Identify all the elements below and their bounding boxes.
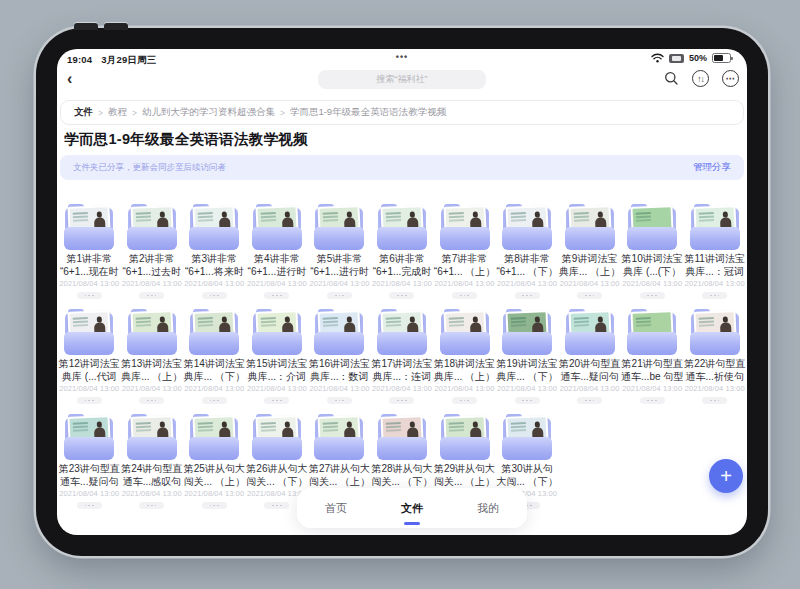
- search-icon[interactable]: [664, 71, 679, 86]
- presenter-figure: [409, 421, 415, 427]
- tab-files[interactable]: 文件: [399, 497, 425, 520]
- item-more-button[interactable]: [139, 397, 164, 404]
- item-more-button[interactable]: [77, 502, 102, 509]
- folder-icon: [312, 414, 366, 460]
- folder-item[interactable]: 第21讲句型直 通车...be 句型 2021/08/04 13:00: [621, 306, 684, 411]
- folder-item[interactable]: 第14讲词法宝 典库... （下） 2021/08/04 13:00: [183, 306, 246, 411]
- item-more-button[interactable]: [327, 292, 352, 299]
- folder-icon: [438, 414, 492, 460]
- presenter-figure: [722, 316, 728, 322]
- folder-item[interactable]: 第10讲词法宝 典库 (...(下） 2021/08/04 13:00: [621, 201, 684, 306]
- item-more-button[interactable]: [77, 397, 102, 404]
- folder-item[interactable]: 第20讲句型直 通车...疑问句 2021/08/04 13:00: [558, 306, 621, 411]
- back-button[interactable]: ‹: [67, 69, 72, 89]
- folder-item[interactable]: 第23讲句型直 通车...疑问句 2021/08/04 13:00: [58, 411, 121, 516]
- presenter-figure: [409, 316, 415, 322]
- tab-mine[interactable]: 我的: [475, 497, 501, 520]
- presenter-figure: [159, 316, 165, 322]
- folder-item[interactable]: 第15讲词法宝 典库...：介词 2021/08/04 13:00: [246, 306, 309, 411]
- folder-date: 2021/08/04 13:00: [59, 384, 119, 393]
- folder-item[interactable]: 第8讲非常 “6+1... （下） 2021/08/04 13:00: [496, 201, 559, 306]
- folder-name: 第1讲非常 “6+1...现在时: [60, 252, 119, 278]
- item-more-button[interactable]: [452, 397, 477, 404]
- folder-item[interactable]: 第2讲非常 “6+1...过去时 2021/08/04 13:00: [121, 201, 184, 306]
- item-more-button[interactable]: [202, 397, 227, 404]
- item-more-button[interactable]: [389, 397, 414, 404]
- item-more-button[interactable]: [702, 397, 727, 404]
- folder-name: 第26讲从句大 闯关... （下）: [246, 462, 307, 488]
- manage-share-link[interactable]: 管理分享: [693, 161, 731, 174]
- folder-item[interactable]: 第24讲句型直 通车...感叹句 2021/08/04 13:00: [121, 411, 184, 516]
- folder-item[interactable]: 第7讲非常 “6+1... （上） 2021/08/04 13:00: [433, 201, 496, 306]
- folder-item[interactable]: 第5讲非常 “6+1...进行时 2021/08/04 13:00: [308, 201, 371, 306]
- folder-date: 2021/08/04 13:00: [435, 384, 495, 393]
- folder-item[interactable]: 第19讲词法宝 典库... （下） 2021/08/04 13:00: [496, 306, 559, 411]
- presenter-figure: [96, 316, 102, 322]
- item-more-button[interactable]: [452, 292, 477, 299]
- folder-date: 2021/08/04 13:00: [497, 279, 557, 288]
- item-more-button[interactable]: [702, 292, 727, 299]
- item-more-button[interactable]: [577, 292, 602, 299]
- folder-name: 第28讲从句大 闯关... （下）: [371, 462, 432, 488]
- share-banner: 文件夹已分享，更新会同步至后续访问者 管理分享: [60, 155, 744, 180]
- item-more-button[interactable]: [264, 502, 289, 509]
- item-more-button[interactable]: [139, 502, 164, 509]
- item-more-button[interactable]: [389, 292, 414, 299]
- folder-name: 第21讲句型直 通车...be 句型: [621, 357, 683, 383]
- folder-item[interactable]: 第22讲句型直 通车...祈使句 2021/08/04 13:00: [683, 306, 746, 411]
- item-more-button[interactable]: [640, 292, 665, 299]
- item-more-button[interactable]: [577, 397, 602, 404]
- presenter-figure: [534, 421, 540, 427]
- breadcrumb-item[interactable]: 幼儿到大学的学习资料超强合集: [142, 106, 275, 119]
- folder-name: 第22讲句型直 通车...祈使句: [684, 357, 745, 383]
- folder-date: 2021/08/04 13:00: [184, 489, 244, 498]
- folder-item[interactable]: 第13讲词法宝 典库... （上） 2021/08/04 13:00: [121, 306, 184, 411]
- item-more-button[interactable]: [77, 292, 102, 299]
- sort-icon[interactable]: ↑↓: [692, 70, 709, 87]
- item-more-button[interactable]: [640, 397, 665, 404]
- add-button[interactable]: +: [709, 459, 743, 493]
- folder-date: 2021/08/04 13:00: [122, 489, 182, 498]
- item-more-button[interactable]: [139, 292, 164, 299]
- folder-name: 第18讲词法宝 典库... （上）: [434, 357, 495, 383]
- folder-icon: [125, 204, 179, 250]
- folder-item[interactable]: 第6讲非常 “6+1...完成时 2021/08/04 13:00: [371, 201, 434, 306]
- breadcrumb-item[interactable]: 教程: [108, 106, 127, 119]
- item-more-button[interactable]: [202, 292, 227, 299]
- folder-date: 2021/08/04 13:00: [184, 384, 244, 393]
- more-options-icon[interactable]: ⋯: [722, 70, 739, 87]
- tab-home[interactable]: 首页: [323, 497, 349, 520]
- item-more-button[interactable]: [515, 292, 540, 299]
- folder-name: 第10讲词法宝 典库 (...(下）: [622, 252, 683, 278]
- folder-date: 2021/08/04 13:00: [622, 279, 682, 288]
- search-input[interactable]: 搜索“福利社”: [318, 70, 486, 89]
- item-more-button[interactable]: [327, 397, 352, 404]
- folder-item[interactable]: 第12讲词法宝 典库 (...代词 2021/08/04 13:00: [58, 306, 121, 411]
- folder-item[interactable]: 第16讲词法宝 典库...：数词 2021/08/04 13:00: [308, 306, 371, 411]
- folder-name: 第11讲词法宝 典库...：冠词: [685, 252, 745, 278]
- multitask-dots[interactable]: •••: [396, 52, 408, 62]
- folder-name: 第4讲非常 “6+1...进行时: [248, 252, 307, 278]
- item-more-button[interactable]: [264, 397, 289, 404]
- item-more-button[interactable]: [202, 502, 227, 509]
- folder-item[interactable]: 第25讲从句大 闯关... （上） 2021/08/04 13:00: [183, 411, 246, 516]
- breadcrumb-item-root[interactable]: 文件: [74, 106, 93, 119]
- folder-icon: [500, 309, 554, 355]
- folder-date: 2021/08/04 13:00: [59, 489, 119, 498]
- breadcrumb: 文件 > 教程 > 幼儿到大学的学习资料超强合集 > 学而思1-9年级最全英语语…: [60, 100, 744, 125]
- item-more-button[interactable]: [515, 397, 540, 404]
- folder-item[interactable]: 第3讲非常 “6+1...将来时 2021/08/04 13:00: [183, 201, 246, 306]
- folder-item[interactable]: 第1讲非常 “6+1...现在时 2021/08/04 13:00: [58, 201, 121, 306]
- folder-item[interactable]: 第11讲词法宝 典库...：冠词 2021/08/04 13:00: [683, 201, 746, 306]
- folder-item[interactable]: 第9讲词法宝 典库... （上） 2021/08/04 13:00: [558, 201, 621, 306]
- folder-item[interactable]: 第17讲词法宝 典库...：连词 2021/08/04 13:00: [371, 306, 434, 411]
- folder-item[interactable]: 第4讲非常 “6+1...进行时 2021/08/04 13:00: [246, 201, 309, 306]
- breadcrumb-item-current[interactable]: 学而思1-9年级最全英语语法教学视频: [290, 106, 446, 119]
- folder-icon: [375, 414, 429, 460]
- item-more-button[interactable]: [264, 292, 289, 299]
- tablet-frame: 19:043月29日周三 ••• 50% ‹ 搜索“福利社”: [36, 28, 768, 556]
- folder-date: 2021/08/04 13:00: [560, 384, 620, 393]
- folder-icon: [438, 309, 492, 355]
- folder-item[interactable]: 第18讲词法宝 典库... （上） 2021/08/04 13:00: [433, 306, 496, 411]
- folder-date: 2021/08/04 13:00: [497, 384, 557, 393]
